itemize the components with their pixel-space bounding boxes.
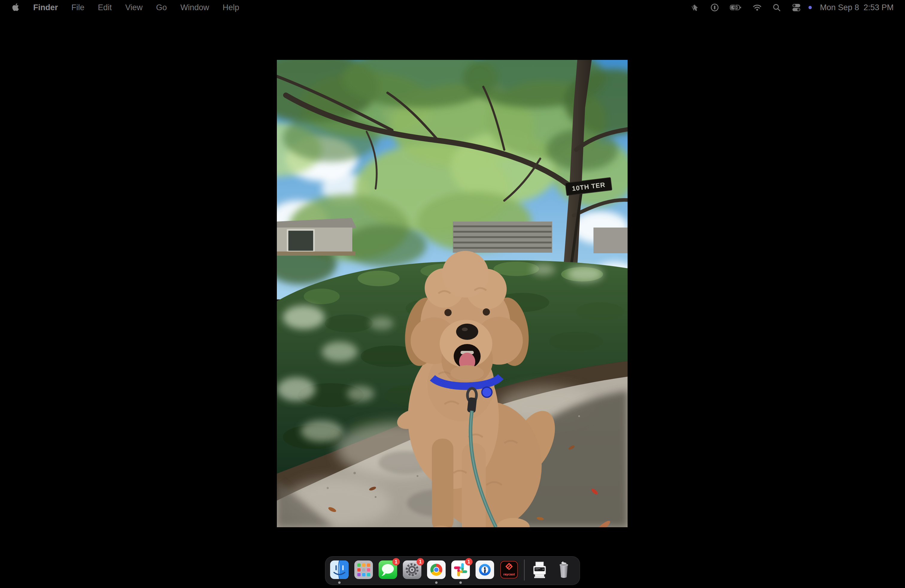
- menu-help[interactable]: Help: [223, 3, 240, 12]
- notification-badge: 1: [392, 558, 400, 566]
- trash-full-icon: [554, 561, 573, 579]
- menu-edit[interactable]: Edit: [98, 3, 112, 12]
- photo-goldendoodle: 10TH TER: [277, 60, 627, 527]
- screen-pointer-icon[interactable]: [690, 3, 700, 12]
- raycast-icon: raycast: [500, 561, 518, 579]
- dock-1password[interactable]: [476, 561, 494, 579]
- notification-badge: 1: [417, 558, 424, 566]
- menu-file[interactable]: File: [71, 3, 85, 12]
- dock-printer[interactable]: [530, 561, 549, 579]
- dock-trash[interactable]: [554, 561, 573, 579]
- running-indicator: [338, 582, 341, 584]
- macos-desktop: { "menu_bar": { "active_app": "Finder", …: [0, 0, 905, 588]
- running-indicator: [459, 582, 462, 584]
- dock-messages[interactable]: 1: [379, 561, 397, 579]
- dock-raycast[interactable]: raycast: [500, 561, 518, 579]
- 1password-menu-icon[interactable]: [710, 3, 719, 12]
- dock-divider: [524, 559, 525, 580]
- running-indicator: [435, 582, 438, 584]
- dock: 1 1: [325, 556, 580, 585]
- search-icon[interactable]: [772, 3, 781, 12]
- chrome-icon: [427, 561, 446, 579]
- launchpad-icon: [354, 561, 373, 579]
- menu-go[interactable]: Go: [156, 3, 167, 12]
- printer-icon: [530, 561, 549, 579]
- menu-view[interactable]: View: [125, 3, 143, 12]
- menu-active-app[interactable]: Finder: [33, 3, 58, 12]
- raycast-label: raycast: [503, 572, 515, 576]
- dock-finder[interactable]: [330, 561, 349, 579]
- menu-bar: Finder File Edit View Go Window Help: [0, 0, 905, 15]
- control-center-icon[interactable]: [791, 3, 802, 12]
- wifi-icon[interactable]: [753, 3, 762, 12]
- menu-clock[interactable]: Mon Sep 8 2:53 PM: [820, 3, 894, 12]
- dock-system-settings[interactable]: 1: [403, 561, 421, 579]
- focus-indicator-dot: [808, 5, 812, 10]
- dock-chrome[interactable]: [427, 561, 446, 579]
- battery-charging-icon[interactable]: [730, 3, 742, 12]
- finder-icon: [330, 561, 349, 579]
- notification-badge: 1: [465, 558, 473, 566]
- menu-window[interactable]: Window: [181, 3, 209, 12]
- dock-launchpad[interactable]: [354, 561, 373, 579]
- apple-menu-icon[interactable]: [12, 3, 20, 12]
- 1password-icon: [476, 561, 494, 579]
- dock-slack[interactable]: 1: [451, 561, 470, 579]
